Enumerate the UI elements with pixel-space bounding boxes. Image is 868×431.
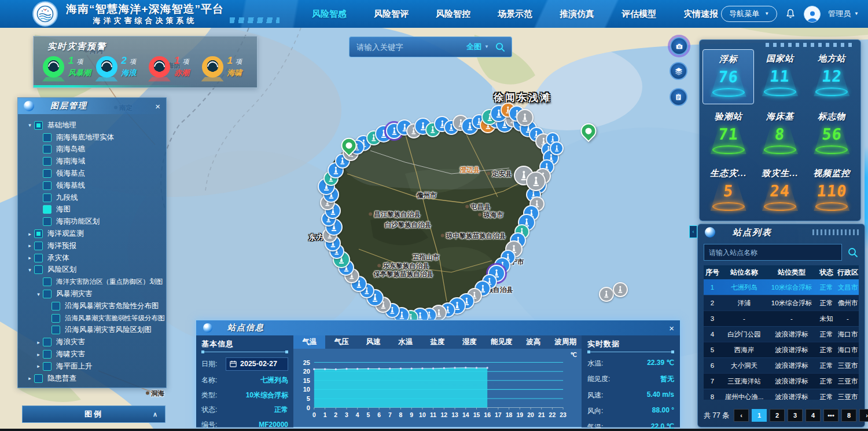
layer-checkbox[interactable] bbox=[52, 314, 60, 323]
layer-tree-item-17[interactable]: 沿海风暴潮灾害风险区划图 bbox=[18, 324, 166, 337]
page-prev-button[interactable]: ‹ bbox=[734, 409, 749, 422]
legend-toggle-bar[interactable]: 图例 ∧ bbox=[22, 406, 165, 423]
search-scope-dropdown[interactable]: 全图 ▼ bbox=[466, 42, 489, 52]
layer-checkbox[interactable] bbox=[43, 145, 52, 154]
table-row-3[interactable]: 3--未知- bbox=[704, 311, 859, 326]
clipboard-tool-button[interactable] bbox=[670, 88, 687, 106]
warning-item-1[interactable]: 2项 海浪 bbox=[96, 55, 149, 78]
layer-tree-item-6[interactable]: 九段线 bbox=[18, 192, 166, 204]
stat-card-2[interactable]: 地方站 12 bbox=[806, 49, 858, 103]
map-search-input[interactable] bbox=[355, 42, 466, 52]
warning-item-3[interactable]: 1项 海啸 bbox=[202, 55, 255, 78]
layer-tree-item-19[interactable]: ▸ 海啸灾害 bbox=[18, 348, 166, 360]
layer-tree-item-0[interactable]: ▾ 基础地理 bbox=[18, 119, 166, 132]
panel-collapse-arrow[interactable]: ‹ bbox=[689, 225, 697, 238]
layer-tree-item-7[interactable]: 海图 bbox=[18, 204, 166, 216]
nav-item-6[interactable]: 灾情速报 bbox=[683, 9, 718, 20]
tab-0[interactable]: 气温 bbox=[293, 335, 325, 349]
tree-expand-icon[interactable]: ▸ bbox=[26, 231, 34, 237]
close-icon[interactable]: × bbox=[155, 102, 160, 111]
table-row-7[interactable]: 7三亚海洋站波浪谱浮标正常三亚市 bbox=[704, 373, 859, 389]
tab-5[interactable]: 湿度 bbox=[454, 335, 486, 349]
layer-checkbox[interactable] bbox=[43, 205, 52, 214]
layer-tree-item-1[interactable]: 南海海底地理实体 bbox=[18, 132, 166, 144]
layer-tree-item-4[interactable]: 领海基点 bbox=[18, 167, 166, 180]
tab-3[interactable]: 水温 bbox=[389, 335, 421, 349]
nav-item-3[interactable]: 场景示范 bbox=[498, 9, 532, 20]
layer-checkbox[interactable] bbox=[34, 265, 43, 274]
layer-checkbox[interactable] bbox=[43, 169, 52, 178]
layer-checkbox[interactable] bbox=[34, 242, 43, 250]
page-next-button[interactable]: › bbox=[859, 409, 868, 422]
layer-checkbox[interactable] bbox=[43, 362, 52, 371]
map-marker[interactable] bbox=[599, 287, 614, 302]
layer-checkbox[interactable] bbox=[34, 374, 43, 383]
stat-card-7[interactable]: 致灾生... 24 bbox=[754, 164, 806, 218]
tree-expand-icon[interactable]: ▾ bbox=[26, 267, 34, 273]
stat-card-5[interactable]: 标志物 56 bbox=[806, 107, 858, 161]
station-search-input[interactable] bbox=[704, 244, 842, 261]
tab-4[interactable]: 盐度 bbox=[421, 335, 453, 349]
layer-tree-item-20[interactable]: ▸ 海平面上升 bbox=[18, 360, 166, 372]
notification-bell-icon[interactable] bbox=[785, 8, 796, 20]
warning-item-2[interactable]: 1项 赤潮 bbox=[149, 55, 202, 78]
layer-tree-item-9[interactable]: ▸ 海洋观监测 bbox=[18, 228, 166, 240]
camera-tool-button[interactable] bbox=[670, 37, 688, 55]
layer-checkbox[interactable] bbox=[43, 181, 52, 190]
page-button-8[interactable]: 8 bbox=[841, 409, 856, 422]
stat-card-0[interactable]: 浮标 76 bbox=[703, 49, 754, 104]
layer-checkbox[interactable] bbox=[43, 157, 52, 166]
warning-item-0[interactable]: 1项 风暴潮 bbox=[43, 55, 96, 78]
nav-item-0[interactable]: 风险智感 bbox=[312, 9, 347, 20]
layer-checkbox[interactable] bbox=[43, 193, 52, 202]
layer-tree-item-21[interactable]: ▸ 隐患普查 bbox=[18, 372, 166, 385]
table-row-4[interactable]: 4白沙门公园波浪谱浮标正常海口市 bbox=[704, 326, 859, 342]
tab-7[interactable]: 波高 bbox=[517, 335, 549, 349]
date-picker[interactable]: 2025-02-27 bbox=[226, 357, 288, 371]
layer-tree-item-10[interactable]: ▸ 海洋预报 bbox=[18, 240, 166, 252]
layer-checkbox[interactable] bbox=[34, 254, 43, 262]
tree-expand-icon[interactable]: ▸ bbox=[26, 375, 34, 381]
layer-checkbox[interactable] bbox=[34, 121, 43, 130]
layer-checkbox[interactable] bbox=[52, 302, 60, 311]
layer-tree-item-11[interactable]: ▸ 承灾体 bbox=[18, 252, 166, 264]
page-button-4[interactable]: 4 bbox=[806, 409, 821, 422]
layer-checkbox[interactable] bbox=[43, 290, 52, 298]
tree-expand-icon[interactable]: ▸ bbox=[35, 352, 42, 357]
layer-checkbox[interactable] bbox=[43, 338, 52, 346]
table-row-2[interactable]: 2洋浦10米综合浮标正常儋州市 bbox=[704, 295, 859, 311]
tree-expand-icon[interactable]: ▾ bbox=[35, 291, 42, 297]
page-button-3[interactable]: 3 bbox=[788, 409, 803, 422]
nav-item-1[interactable]: 风险智评 bbox=[374, 9, 409, 20]
tree-expand-icon[interactable]: ▸ bbox=[26, 243, 34, 249]
map-marker[interactable] bbox=[613, 282, 628, 297]
layer-checkbox[interactable] bbox=[34, 229, 43, 238]
stat-card-8[interactable]: 视频监控 110 bbox=[806, 164, 858, 218]
layer-tree-item-5[interactable]: 领海基线 bbox=[18, 180, 166, 192]
user-menu[interactable]: 管理员 ▼ bbox=[828, 9, 859, 19]
table-row-1[interactable]: 1七洲列岛10米综合浮标正常文昌市 bbox=[704, 279, 859, 295]
tab-6[interactable]: 能见度 bbox=[486, 335, 517, 349]
nav-item-2[interactable]: 风险智控 bbox=[436, 9, 470, 20]
table-row-5[interactable]: 5西海岸波浪谱浮标正常海口市 bbox=[704, 342, 859, 357]
layer-tree-item-14[interactable]: ▾ 风暴潮灾害 bbox=[18, 288, 166, 300]
table-row-6[interactable]: 6大小洞天波浪谱浮标正常三亚市 bbox=[704, 357, 859, 373]
layer-checkbox[interactable] bbox=[43, 133, 52, 142]
stat-card-3[interactable]: 验潮站 71 bbox=[703, 107, 754, 161]
close-icon[interactable]: × bbox=[669, 324, 674, 333]
layer-tree-item-15[interactable]: 沿海风暴潮灾害危险性分布图 bbox=[18, 300, 166, 312]
tree-expand-icon[interactable]: ▸ bbox=[35, 339, 42, 345]
map-marker[interactable] bbox=[550, 141, 564, 155]
nav-item-5[interactable]: 评估模型 bbox=[621, 9, 656, 20]
stat-card-4[interactable]: 海床基 8 bbox=[754, 107, 806, 161]
page-ellipsis[interactable]: ••• bbox=[823, 409, 838, 422]
tree-expand-icon[interactable]: ▸ bbox=[35, 363, 42, 369]
search-icon[interactable] bbox=[495, 42, 506, 53]
layer-tree-item-18[interactable]: ▸ 海浪灾害 bbox=[18, 336, 166, 348]
layer-tree-item-12[interactable]: ▾ 风险区划 bbox=[18, 264, 166, 276]
layer-tree-item-16[interactable]: 沿海风暴潮灾害脆弱性等级分布图 bbox=[18, 312, 166, 324]
page-button-1[interactable]: 1 bbox=[752, 409, 767, 422]
tree-expand-icon[interactable]: ▾ bbox=[26, 122, 34, 128]
tab-2[interactable]: 风速 bbox=[358, 335, 389, 349]
layer-checkbox[interactable] bbox=[43, 217, 52, 226]
